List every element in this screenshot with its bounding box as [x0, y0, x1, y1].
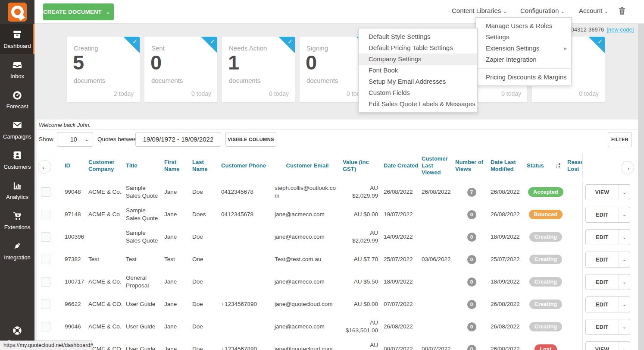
cell-title: User Guide — [126, 345, 164, 350]
chevron-down-icon[interactable]: ⌄ — [619, 342, 630, 350]
cell-status: Creating — [527, 277, 567, 287]
cell-value: AU $0.00 — [343, 300, 384, 308]
column-header-value[interactable]: Value (inc GST) — [343, 159, 384, 173]
menu-item-setup-my-email-addresses[interactable]: Setup My Email Addresses — [359, 76, 477, 87]
cell-title: User Guide — [126, 300, 164, 308]
edit-button[interactable]: EDIT⌄ — [585, 319, 630, 335]
row-checkbox[interactable] — [41, 322, 50, 331]
column-header-status[interactable]: Status↓AZ — [527, 162, 567, 169]
create-document-button[interactable]: CREATE DOCUMENT ⌄ — [43, 3, 114, 20]
sidebar-item-analytics[interactable]: Analytics — [0, 175, 34, 205]
sidebar-item-customers[interactable]: Customers — [0, 145, 34, 175]
cell-email: steph.collis@outlook.com — [275, 184, 343, 199]
column-header-last_viewed[interactable]: Customer Last Viewed — [422, 155, 455, 177]
menu-item-edit-sales-quote-labels-messages[interactable]: Edit Sales Quote Labels & Messages — [359, 98, 477, 110]
vertical-scrollbar[interactable] — [638, 24, 644, 350]
sort-icon[interactable]: ↓AZ — [555, 162, 561, 169]
cell-value: AU $2,029.99 — [343, 184, 384, 199]
menu-item-font-book[interactable]: Font Book — [359, 65, 477, 76]
cell-modified: 26/08/2022 — [491, 211, 527, 218]
status-card-needs-action[interactable]: ✓Needs Action1documents0 today — [222, 37, 295, 102]
column-header-first[interactable]: First Name — [164, 159, 192, 173]
menu-item-manage-users-roles[interactable]: Manage Users & Roles — [476, 20, 571, 32]
menu-item-company-settings[interactable]: Company Settings — [359, 54, 477, 65]
status-card-creating[interactable]: ✓Creating5documents2 today — [67, 37, 140, 102]
menu-item-custom-fields[interactable]: Custom Fields — [359, 87, 477, 98]
menu-item-extension-settings[interactable]: Extension Settings▸ — [476, 43, 571, 54]
sidebar-item-dashboard[interactable]: Dashboard — [0, 24, 34, 54]
edit-button[interactable]: EDIT⌄ — [585, 207, 630, 223]
views-count-badge: 0 — [467, 210, 476, 219]
quotecloud-logo-icon[interactable] — [8, 3, 27, 22]
chevron-down-icon[interactable]: ⌄ — [619, 319, 630, 334]
column-header-created[interactable]: Date Created — [384, 162, 422, 169]
nav-content-libraries[interactable]: Content Libraries⌄ — [452, 7, 507, 14]
scroll-columns-left-button[interactable]: ← — [38, 160, 51, 173]
scroll-columns-right-button[interactable]: → — [621, 161, 634, 174]
integration-icon — [12, 246, 23, 253]
menu-item-zapier-integration[interactable]: Zapier Integration — [476, 54, 571, 65]
chevron-down-icon[interactable]: ⌄ — [619, 207, 630, 222]
sidebar-item-forecast[interactable]: Forecast — [0, 84, 34, 114]
column-header-id[interactable]: ID — [55, 162, 88, 169]
new-code-link[interactable]: [new code] — [606, 26, 634, 33]
cell-first: Jane — [164, 233, 192, 241]
cell-id: 96622 — [55, 300, 88, 308]
sidebar-item-integration[interactable]: Integration — [0, 235, 34, 265]
sidebar-item-label: Integration — [0, 254, 34, 261]
trash-icon[interactable] — [617, 6, 627, 16]
column-header-modified[interactable]: Date Last Modified — [491, 159, 527, 173]
cell-created: 08/07/2022 — [384, 345, 422, 350]
edit-button[interactable]: EDIT⌄ — [585, 252, 630, 268]
sidebar-item-campaigns[interactable]: Campaigns — [0, 114, 34, 145]
menu-item-pricing-discounts-margins[interactable]: Pricing Discounts & Margins — [476, 72, 571, 83]
cell-phone: +1234567890 — [221, 300, 275, 308]
sidebar-item-inbox[interactable]: Inbox — [0, 54, 34, 84]
chevron-down-icon[interactable]: ⌄ — [619, 252, 630, 267]
row-checkbox[interactable] — [41, 255, 50, 264]
row-checkbox[interactable] — [41, 300, 50, 309]
column-header-company[interactable]: Customer Company — [88, 159, 126, 173]
view-button[interactable]: VIEW⌄ — [585, 184, 630, 200]
row-checkbox[interactable] — [41, 187, 50, 197]
cell-id: 100717 — [55, 278, 88, 286]
chevron-down-icon[interactable]: ⌄ — [619, 297, 630, 312]
status-card-sent[interactable]: ✓Sent0documents0 today — [144, 37, 217, 102]
cell-company: Test — [88, 255, 126, 263]
edit-button[interactable]: EDIT⌄ — [585, 296, 630, 312]
visible-columns-button[interactable]: VISIBLE COLUMNS — [225, 132, 276, 147]
column-header-last[interactable]: Last Name — [192, 159, 221, 173]
menu-item-settings[interactable]: Settings — [476, 32, 571, 43]
column-header-reason[interactable]: Reason Lost — [567, 159, 583, 173]
menu-separator — [476, 68, 571, 69]
chevron-down-icon[interactable]: ⌄ — [619, 274, 630, 290]
edit-button[interactable]: EDIT⌄ — [585, 229, 630, 245]
chevron-down-icon[interactable]: ⌄ — [619, 185, 630, 200]
column-header-title[interactable]: Title — [126, 162, 164, 169]
views-count-badge: 0 — [467, 300, 476, 309]
column-header-views[interactable]: Number of Views — [455, 159, 491, 173]
nav-account[interactable]: Account⌄ — [579, 7, 608, 14]
row-checkbox[interactable] — [41, 232, 50, 242]
date-range-input[interactable]: 19/09/1972 - 19/09/2022 — [135, 132, 221, 147]
cell-status: Bounced — [527, 210, 567, 219]
chevron-down-icon[interactable]: ⌄ — [102, 3, 114, 20]
filter-button[interactable]: FILTER — [608, 132, 632, 147]
menu-item-default-pricing-table-settings[interactable]: Default Pricing Table Settings — [359, 42, 477, 54]
action-label: VIEW — [586, 185, 619, 200]
sidebar-item-extentions[interactable]: Extentions — [0, 205, 34, 235]
menu-item-default-style-settings[interactable]: Default Style Settings — [359, 31, 477, 42]
cell-created: 19/07/2022 — [384, 211, 422, 218]
column-header-phone[interactable]: Customer Phone — [221, 162, 275, 169]
edit-button[interactable]: EDIT⌄ — [585, 274, 630, 290]
row-checkbox[interactable] — [41, 277, 50, 287]
column-header-email[interactable]: Customer Email — [275, 162, 343, 169]
page-size-select[interactable]: 10 ⌄ — [57, 132, 93, 147]
row-checkbox[interactable] — [41, 210, 50, 219]
cell-phone: 0412345678 — [221, 211, 275, 218]
view-button[interactable]: VIEW⌄ — [585, 341, 630, 350]
check-icon: ✓ — [597, 38, 603, 45]
cell-created: 25/07/2022 — [384, 255, 422, 263]
chevron-down-icon[interactable]: ⌄ — [619, 230, 630, 245]
nav-configuration[interactable]: Configuration⌄ — [520, 7, 565, 14]
